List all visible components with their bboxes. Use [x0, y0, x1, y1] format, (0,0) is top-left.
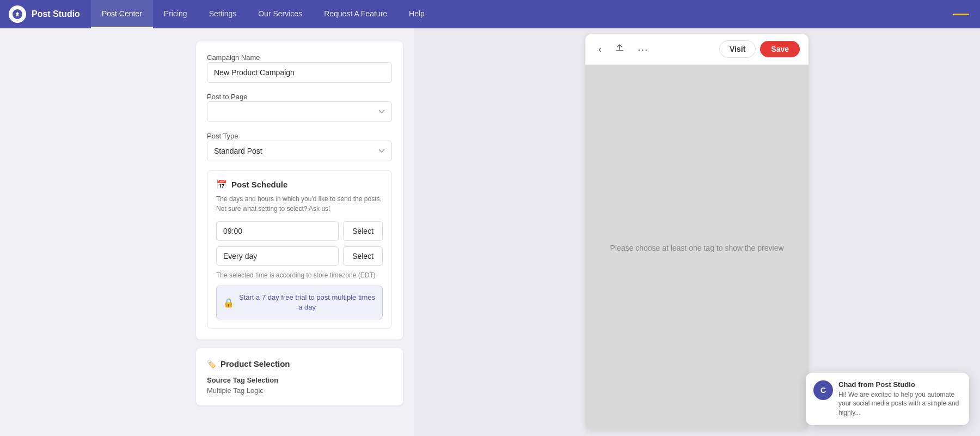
nav-tabs: Post Center Pricing Settings Our Service… — [91, 0, 436, 28]
chat-widget[interactable]: C Chad from Post Studio Hi! We are excit… — [806, 373, 969, 425]
frequency-row: Select — [216, 246, 383, 266]
campaign-name-field: Campaign Name — [207, 52, 392, 83]
top-navigation: Post Studio Post Center Pricing Settings… — [0, 0, 980, 28]
preview-card: ‹ ··· Visit Save Please choose at least … — [585, 34, 808, 431]
time-row: Select — [216, 221, 383, 241]
product-title: Product Selection — [220, 359, 290, 368]
nav-tab-request-feature[interactable]: Request A Feature — [313, 0, 398, 28]
multiple-tag-value: Multiple Tag Logic — [207, 386, 392, 395]
app-logo-icon — [9, 5, 26, 23]
trial-link[interactable]: Start a 7 day free trial to post multipl… — [238, 293, 376, 312]
lock-icon: 🔒 — [223, 298, 234, 308]
chat-agent-name: Chad from Post Studio — [838, 380, 961, 389]
post-to-page-label: Post to Page — [207, 93, 247, 101]
frequency-input[interactable] — [216, 246, 339, 266]
schedule-title: Post Schedule — [231, 180, 287, 189]
product-selection-section: 🏷️ Product Selection Source Tag Selectio… — [196, 348, 403, 405]
preview-toolbar: ‹ ··· Visit Save — [585, 34, 808, 65]
post-schedule-section: 📅 Post Schedule The days and hours in wh… — [207, 170, 392, 329]
chat-avatar: C — [813, 380, 833, 400]
preview-image-area: Please choose at least one tag to show t… — [585, 65, 808, 431]
nav-tab-post-center[interactable]: Post Center — [91, 0, 153, 28]
post-to-page-field: Post to Page — [207, 92, 392, 122]
nav-tab-our-services[interactable]: Our Services — [247, 0, 313, 28]
preview-back-button[interactable]: ‹ — [594, 41, 606, 57]
nav-tab-help[interactable]: Help — [398, 0, 436, 28]
schedule-header: 📅 Post Schedule — [216, 179, 383, 190]
nav-accent-line — [953, 14, 969, 15]
campaign-name-input[interactable] — [207, 62, 392, 83]
center-panel: Campaign Name Post to Page Post Type Sta… — [185, 28, 414, 436]
preview-visit-button[interactable]: Visit — [719, 40, 756, 58]
time-select-button[interactable]: Select — [343, 221, 383, 241]
left-panel — [0, 28, 185, 436]
chat-content: Chad from Post Studio Hi! We are excited… — [838, 380, 961, 417]
product-header: 🏷️ Product Selection — [207, 359, 392, 368]
schedule-description: The days and hours in which you'd like t… — [216, 194, 383, 214]
preview-upload-button[interactable] — [610, 41, 629, 57]
preview-save-button[interactable]: Save — [760, 41, 800, 57]
tag-icon: 🏷️ — [207, 360, 216, 368]
nav-right-area — [953, 14, 980, 15]
source-tag-label: Source Tag Selection — [207, 376, 392, 384]
post-type-select[interactable]: Standard Post — [207, 141, 392, 161]
preview-placeholder-text: Please choose at least one tag to show t… — [599, 233, 794, 263]
preview-more-button[interactable]: ··· — [633, 41, 653, 58]
trial-banner[interactable]: 🔒 Start a 7 day free trial to post multi… — [216, 286, 383, 319]
time-input[interactable] — [216, 221, 339, 241]
nav-tab-pricing[interactable]: Pricing — [153, 0, 198, 28]
frequency-select-button[interactable]: Select — [343, 246, 383, 266]
post-type-label: Post Type — [207, 132, 238, 140]
nav-tab-settings[interactable]: Settings — [198, 0, 248, 28]
calendar-icon: 📅 — [216, 179, 227, 190]
logo-area: Post Studio — [9, 5, 80, 23]
post-to-page-select[interactable] — [207, 101, 392, 122]
post-type-field: Post Type Standard Post — [207, 131, 392, 161]
chat-message: Hi! We are excited to help you automate … — [838, 390, 961, 417]
app-name: Post Studio — [32, 9, 80, 19]
timezone-note: The selected time is according to store … — [216, 271, 383, 279]
campaign-name-section: Campaign Name Post to Page Post Type Sta… — [196, 41, 403, 340]
campaign-name-label: Campaign Name — [207, 53, 260, 62]
